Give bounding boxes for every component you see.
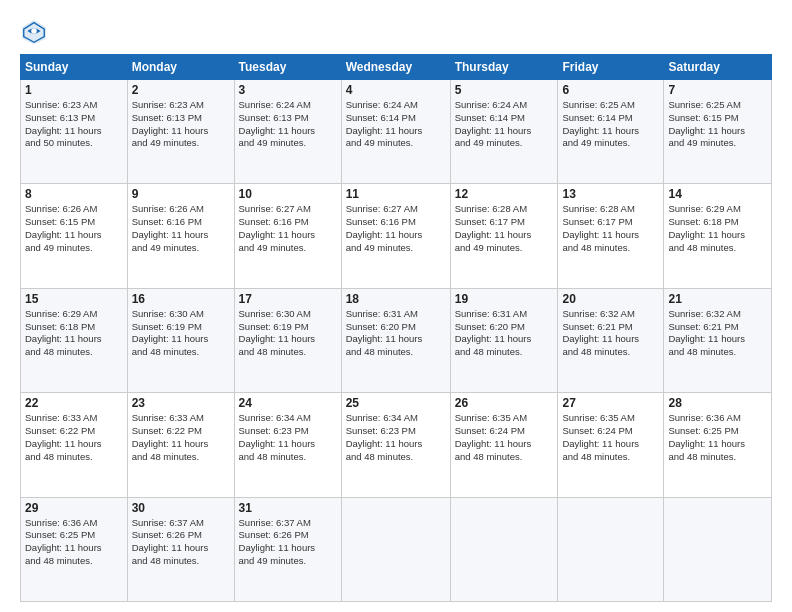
calendar-cell: 8Sunrise: 6:26 AM Sunset: 6:15 PM Daylig… (21, 184, 128, 288)
day-info: Sunrise: 6:26 AM Sunset: 6:15 PM Dayligh… (25, 203, 123, 254)
day-number: 1 (25, 83, 123, 97)
weekday-header-wednesday: Wednesday (341, 55, 450, 80)
day-number: 29 (25, 501, 123, 515)
page: SundayMondayTuesdayWednesdayThursdayFrid… (0, 0, 792, 612)
day-number: 23 (132, 396, 230, 410)
day-info: Sunrise: 6:30 AM Sunset: 6:19 PM Dayligh… (239, 308, 337, 359)
calendar-week-2: 8Sunrise: 6:26 AM Sunset: 6:15 PM Daylig… (21, 184, 772, 288)
calendar-cell: 22Sunrise: 6:33 AM Sunset: 6:22 PM Dayli… (21, 393, 128, 497)
calendar-cell: 2Sunrise: 6:23 AM Sunset: 6:13 PM Daylig… (127, 80, 234, 184)
calendar-cell: 14Sunrise: 6:29 AM Sunset: 6:18 PM Dayli… (664, 184, 772, 288)
calendar-cell: 16Sunrise: 6:30 AM Sunset: 6:19 PM Dayli… (127, 288, 234, 392)
logo-icon (20, 18, 48, 46)
day-number: 5 (455, 83, 554, 97)
day-number: 24 (239, 396, 337, 410)
calendar-cell (664, 497, 772, 601)
calendar-cell: 25Sunrise: 6:34 AM Sunset: 6:23 PM Dayli… (341, 393, 450, 497)
day-number: 8 (25, 187, 123, 201)
calendar-cell: 9Sunrise: 6:26 AM Sunset: 6:16 PM Daylig… (127, 184, 234, 288)
day-number: 28 (668, 396, 767, 410)
calendar-cell: 21Sunrise: 6:32 AM Sunset: 6:21 PM Dayli… (664, 288, 772, 392)
calendar-cell: 27Sunrise: 6:35 AM Sunset: 6:24 PM Dayli… (558, 393, 664, 497)
day-info: Sunrise: 6:28 AM Sunset: 6:17 PM Dayligh… (562, 203, 659, 254)
calendar-cell (341, 497, 450, 601)
calendar-cell: 20Sunrise: 6:32 AM Sunset: 6:21 PM Dayli… (558, 288, 664, 392)
day-number: 13 (562, 187, 659, 201)
calendar-cell: 10Sunrise: 6:27 AM Sunset: 6:16 PM Dayli… (234, 184, 341, 288)
calendar-cell: 18Sunrise: 6:31 AM Sunset: 6:20 PM Dayli… (341, 288, 450, 392)
day-info: Sunrise: 6:24 AM Sunset: 6:14 PM Dayligh… (455, 99, 554, 150)
calendar-cell: 19Sunrise: 6:31 AM Sunset: 6:20 PM Dayli… (450, 288, 558, 392)
day-info: Sunrise: 6:26 AM Sunset: 6:16 PM Dayligh… (132, 203, 230, 254)
day-number: 9 (132, 187, 230, 201)
day-info: Sunrise: 6:24 AM Sunset: 6:13 PM Dayligh… (239, 99, 337, 150)
day-info: Sunrise: 6:37 AM Sunset: 6:26 PM Dayligh… (132, 517, 230, 568)
calendar-cell: 26Sunrise: 6:35 AM Sunset: 6:24 PM Dayli… (450, 393, 558, 497)
calendar-cell: 5Sunrise: 6:24 AM Sunset: 6:14 PM Daylig… (450, 80, 558, 184)
calendar-cell: 28Sunrise: 6:36 AM Sunset: 6:25 PM Dayli… (664, 393, 772, 497)
day-number: 30 (132, 501, 230, 515)
calendar-week-3: 15Sunrise: 6:29 AM Sunset: 6:18 PM Dayli… (21, 288, 772, 392)
day-number: 20 (562, 292, 659, 306)
day-number: 4 (346, 83, 446, 97)
calendar-table: SundayMondayTuesdayWednesdayThursdayFrid… (20, 54, 772, 602)
weekday-header-saturday: Saturday (664, 55, 772, 80)
day-number: 3 (239, 83, 337, 97)
calendar-cell (558, 497, 664, 601)
day-number: 31 (239, 501, 337, 515)
calendar-cell: 29Sunrise: 6:36 AM Sunset: 6:25 PM Dayli… (21, 497, 128, 601)
calendar-cell: 1Sunrise: 6:23 AM Sunset: 6:13 PM Daylig… (21, 80, 128, 184)
day-number: 12 (455, 187, 554, 201)
day-number: 2 (132, 83, 230, 97)
day-number: 27 (562, 396, 659, 410)
day-info: Sunrise: 6:23 AM Sunset: 6:13 PM Dayligh… (25, 99, 123, 150)
day-number: 25 (346, 396, 446, 410)
calendar-body: 1Sunrise: 6:23 AM Sunset: 6:13 PM Daylig… (21, 80, 772, 602)
calendar-cell: 12Sunrise: 6:28 AM Sunset: 6:17 PM Dayli… (450, 184, 558, 288)
day-info: Sunrise: 6:27 AM Sunset: 6:16 PM Dayligh… (346, 203, 446, 254)
day-number: 18 (346, 292, 446, 306)
calendar-cell: 15Sunrise: 6:29 AM Sunset: 6:18 PM Dayli… (21, 288, 128, 392)
day-info: Sunrise: 6:32 AM Sunset: 6:21 PM Dayligh… (562, 308, 659, 359)
day-info: Sunrise: 6:35 AM Sunset: 6:24 PM Dayligh… (562, 412, 659, 463)
day-number: 11 (346, 187, 446, 201)
calendar-week-1: 1Sunrise: 6:23 AM Sunset: 6:13 PM Daylig… (21, 80, 772, 184)
calendar-cell: 31Sunrise: 6:37 AM Sunset: 6:26 PM Dayli… (234, 497, 341, 601)
day-number: 10 (239, 187, 337, 201)
day-info: Sunrise: 6:37 AM Sunset: 6:26 PM Dayligh… (239, 517, 337, 568)
calendar-cell: 30Sunrise: 6:37 AM Sunset: 6:26 PM Dayli… (127, 497, 234, 601)
calendar-cell: 3Sunrise: 6:24 AM Sunset: 6:13 PM Daylig… (234, 80, 341, 184)
calendar-week-5: 29Sunrise: 6:36 AM Sunset: 6:25 PM Dayli… (21, 497, 772, 601)
day-info: Sunrise: 6:23 AM Sunset: 6:13 PM Dayligh… (132, 99, 230, 150)
day-info: Sunrise: 6:36 AM Sunset: 6:25 PM Dayligh… (25, 517, 123, 568)
day-number: 19 (455, 292, 554, 306)
day-number: 6 (562, 83, 659, 97)
day-info: Sunrise: 6:29 AM Sunset: 6:18 PM Dayligh… (668, 203, 767, 254)
day-number: 15 (25, 292, 123, 306)
weekday-header-sunday: Sunday (21, 55, 128, 80)
weekday-row: SundayMondayTuesdayWednesdayThursdayFrid… (21, 55, 772, 80)
day-number: 17 (239, 292, 337, 306)
calendar-cell: 23Sunrise: 6:33 AM Sunset: 6:22 PM Dayli… (127, 393, 234, 497)
svg-point-2 (31, 28, 37, 34)
calendar-cell: 24Sunrise: 6:34 AM Sunset: 6:23 PM Dayli… (234, 393, 341, 497)
day-info: Sunrise: 6:34 AM Sunset: 6:23 PM Dayligh… (346, 412, 446, 463)
calendar-cell: 11Sunrise: 6:27 AM Sunset: 6:16 PM Dayli… (341, 184, 450, 288)
day-number: 16 (132, 292, 230, 306)
day-info: Sunrise: 6:28 AM Sunset: 6:17 PM Dayligh… (455, 203, 554, 254)
day-info: Sunrise: 6:32 AM Sunset: 6:21 PM Dayligh… (668, 308, 767, 359)
calendar-cell (450, 497, 558, 601)
weekday-header-tuesday: Tuesday (234, 55, 341, 80)
day-info: Sunrise: 6:36 AM Sunset: 6:25 PM Dayligh… (668, 412, 767, 463)
calendar-week-4: 22Sunrise: 6:33 AM Sunset: 6:22 PM Dayli… (21, 393, 772, 497)
day-info: Sunrise: 6:31 AM Sunset: 6:20 PM Dayligh… (455, 308, 554, 359)
day-info: Sunrise: 6:35 AM Sunset: 6:24 PM Dayligh… (455, 412, 554, 463)
day-info: Sunrise: 6:31 AM Sunset: 6:20 PM Dayligh… (346, 308, 446, 359)
day-info: Sunrise: 6:25 AM Sunset: 6:14 PM Dayligh… (562, 99, 659, 150)
weekday-header-thursday: Thursday (450, 55, 558, 80)
calendar-cell: 6Sunrise: 6:25 AM Sunset: 6:14 PM Daylig… (558, 80, 664, 184)
day-info: Sunrise: 6:24 AM Sunset: 6:14 PM Dayligh… (346, 99, 446, 150)
day-info: Sunrise: 6:33 AM Sunset: 6:22 PM Dayligh… (132, 412, 230, 463)
calendar-cell: 13Sunrise: 6:28 AM Sunset: 6:17 PM Dayli… (558, 184, 664, 288)
day-info: Sunrise: 6:30 AM Sunset: 6:19 PM Dayligh… (132, 308, 230, 359)
